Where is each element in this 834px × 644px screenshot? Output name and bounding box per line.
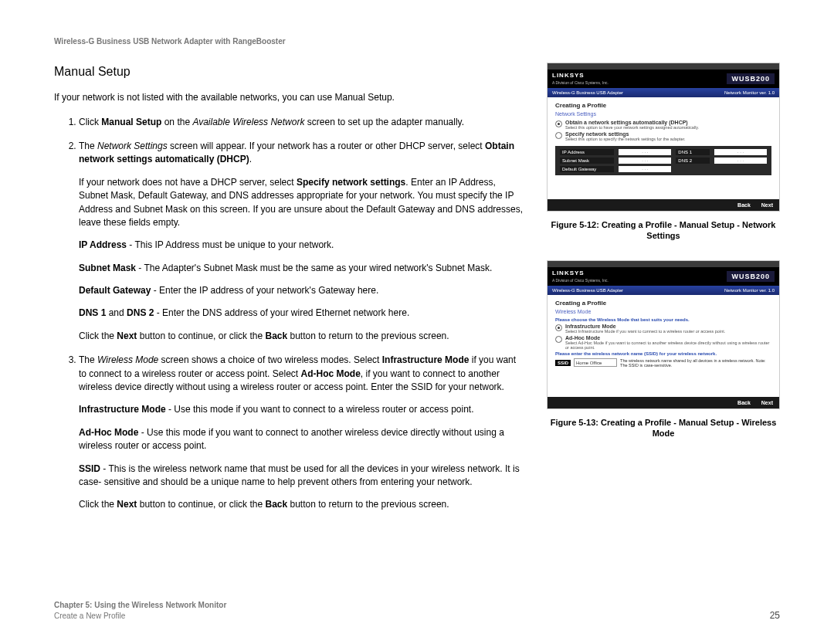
fig-bluebar: Wireless-G Business USB Adapter Network … (548, 88, 779, 97)
step3-p1: The Wireless Mode screen shows a choice … (79, 354, 524, 394)
radio-icon (555, 324, 562, 331)
input-subnet[interactable]: . . . (619, 158, 671, 164)
fig-body: Creating a Profile Network Settings Obta… (548, 97, 779, 199)
t: Infrastructure Mode (382, 354, 470, 365)
def-ssid: SSID - This is the wireless network name… (79, 463, 524, 490)
opt-label: Obtain a network settings automatically … (565, 120, 699, 125)
intro-paragraph: If your network is not listed with the a… (54, 91, 524, 104)
back-button[interactable]: Back (737, 400, 751, 405)
note-ssid: Please enter the wireless network name (… (555, 351, 771, 356)
bb-left: Wireless-G Business USB Adapter (552, 90, 623, 95)
radio-specify[interactable]: Specify network settings Select this opt… (555, 131, 771, 141)
input-gateway[interactable]: . . . (619, 166, 671, 172)
def-adhoc: Ad-Hoc Mode - Use this mode if you want … (79, 426, 524, 453)
t: Wireless Mode (97, 354, 158, 365)
t: screen shows a choice of two wireless mo… (158, 354, 381, 365)
def-dns: DNS 1 and DNS 2 - Enter the DNS address … (79, 307, 524, 320)
lbl-dns2: DNS 2 (676, 158, 710, 164)
brand-sub: A Division of Cisco Systems, Inc. (552, 278, 609, 283)
t: Network Settings (97, 141, 168, 151)
t: button to continue, or click the (137, 499, 265, 510)
figure-5-13: LINKSYS A Division of Cisco Systems, Inc… (547, 260, 780, 409)
opt-desc: Select Infrastructure Mode if you want t… (565, 329, 725, 334)
next-button[interactable]: Next (761, 202, 773, 208)
opt-label: Infrastructure Mode (565, 324, 725, 329)
fig-topbar (548, 63, 779, 69)
t: screen to set up the adapter manually. (304, 117, 464, 127)
bb-left: Wireless-G Business USB Adapter (552, 288, 623, 293)
panel-subtitle: Network Settings (555, 111, 771, 117)
t: Back (265, 330, 287, 341)
ssid-row: SSID Home Office The wireless network na… (555, 358, 771, 368)
t: - This IP Address must be unique to your… (127, 239, 334, 250)
bb-right: Network Monitor ver. 1.0 (724, 288, 775, 293)
section-title: Manual Setup (54, 63, 524, 80)
t: IP Address (79, 239, 127, 250)
input-ip[interactable]: . . . (619, 149, 671, 155)
t: Click the (79, 499, 117, 510)
lbl-subnet: Subnet Mask (560, 158, 614, 164)
document-header: Wireless-G Business USB Network Adapter … (54, 37, 780, 46)
step-2: The Network Settings screen will appear.… (79, 140, 524, 343)
brand-text: LINKSYS (552, 72, 585, 79)
input-dns1[interactable]: . . . (714, 149, 767, 155)
step3-nav: Click the Next button to continue, or cl… (79, 498, 524, 511)
radio-icon (555, 132, 562, 139)
def-ip: IP Address - This IP Address must be uni… (79, 239, 524, 252)
main-text-column: Manual Setup If your network is not list… (54, 63, 524, 523)
t: button to return to the previous screen. (287, 499, 449, 510)
panel-title: Creating a Profile (555, 102, 771, 109)
input-dns2[interactable]: . . . (714, 158, 767, 164)
figure-5-12: LINKSYS A Division of Cisco Systems, Inc… (547, 63, 780, 212)
next-button[interactable]: Next (761, 400, 773, 405)
t: Back (265, 499, 287, 510)
back-button[interactable]: Back (737, 202, 751, 208)
figures-column: LINKSYS A Division of Cisco Systems, Inc… (547, 63, 780, 523)
panel-title: Creating a Profile (555, 300, 771, 307)
figure-5-12-caption: Figure 5-12: Creating a Profile - Manual… (547, 219, 780, 242)
t: Click the (79, 330, 117, 341)
t: Next (117, 330, 137, 341)
def-infra: Infrastructure Mode - Use this mode if y… (79, 403, 524, 416)
ssid-desc: The wireless network name shared by all … (620, 358, 771, 368)
radio-dhcp[interactable]: Obtain a network settings automatically … (555, 120, 771, 130)
step2-p1: The Network Settings screen will appear.… (79, 140, 524, 167)
t: SSID (79, 463, 100, 474)
t: The (79, 141, 97, 151)
t: Click (79, 117, 101, 127)
step1-text: Click Manual Setup on the Available Wire… (79, 117, 464, 127)
brand-text: LINKSYS (552, 269, 585, 276)
t: - Use this mode if you want to connect t… (79, 427, 504, 451)
t: Infrastructure Mode (79, 404, 166, 415)
opt-desc: Select this option to have your network … (565, 125, 699, 130)
radio-adhoc[interactable]: Ad-Hoc Mode Select Ad-Hoc Mode if you wa… (555, 335, 771, 350)
t: DNS 2 (127, 307, 154, 318)
fig-brandbar: LINKSYS A Division of Cisco Systems, Inc… (548, 69, 779, 88)
t: and (106, 307, 127, 318)
radio-infra[interactable]: Infrastructure Mode Select Infrastructur… (555, 324, 771, 334)
lbl-ip: IP Address (560, 149, 614, 155)
fig-footer: Back Next (548, 397, 779, 408)
model-label: WUSB200 (727, 271, 775, 282)
t: DNS 1 (79, 307, 106, 318)
t: Ad-Hoc Mode (79, 427, 138, 438)
panel-subtitle: Wireless Mode (555, 309, 771, 314)
t: on the (161, 117, 192, 127)
t: - Use this mode if you want to connect t… (166, 404, 474, 415)
network-fields: IP Address . . . DNS 1 . . . Subnet Mask… (555, 146, 771, 175)
radio-icon (555, 120, 562, 127)
ssid-input[interactable]: Home Office (574, 358, 617, 367)
t: Ad-Hoc Mode (300, 368, 360, 379)
t: button to continue, or click the (137, 330, 265, 341)
def-subnet: Subnet Mask - The Adapter's Subnet Mask … (79, 262, 524, 275)
t: Specify network settings (297, 177, 405, 188)
lbl-gateway: Default Gateway (560, 166, 614, 172)
t: . (249, 154, 252, 164)
bb-right: Network Monitor ver. 1.0 (724, 90, 775, 95)
t: Subnet Mask (79, 263, 136, 273)
radio-icon (555, 336, 562, 343)
note-mode: Please choose the Wireless Mode that bes… (555, 317, 771, 322)
model-label: WUSB200 (727, 73, 775, 84)
step-3: The Wireless Mode screen shows a choice … (79, 354, 524, 512)
step2-nav: Click the Next button to continue, or cl… (79, 330, 524, 343)
